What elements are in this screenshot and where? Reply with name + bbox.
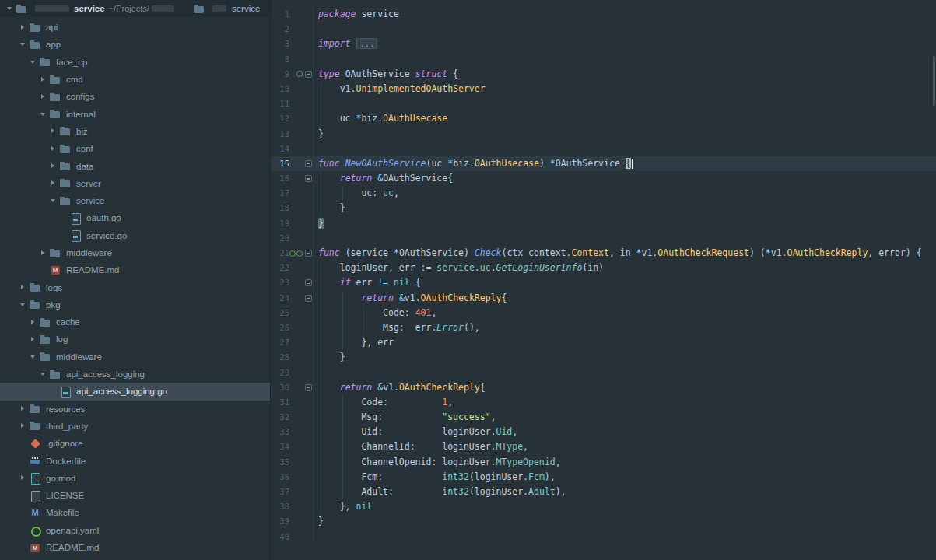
chevron-right-icon[interactable] (28, 317, 38, 327)
chevron-down-icon[interactable] (28, 58, 38, 67)
tree-item-.gitignore[interactable]: .gitignore (0, 435, 270, 452)
fold-collapse-icon[interactable] (305, 279, 312, 286)
chevron-right-icon[interactable] (38, 248, 48, 257)
chevron-down-icon[interactable] (18, 300, 28, 310)
tree-item-cmd[interactable]: cmd (0, 71, 270, 88)
chevron-down-icon[interactable] (48, 196, 58, 205)
chevron-down-icon[interactable] (18, 40, 28, 49)
tree-item-service[interactable]: service (0, 192, 270, 209)
implements-icon[interactable] (289, 250, 296, 257)
chevron-right-icon[interactable] (48, 162, 58, 171)
code-line-30[interactable]: 30 return &v1.OAuthCheckReply{ (271, 380, 936, 395)
code-line-24[interactable]: 24 return &v1.OAuthCheckReply{ (271, 291, 936, 306)
fold-collapse-icon[interactable] (305, 384, 312, 391)
code-line-34[interactable]: 34 ChannelId: loginUser.MType, (271, 439, 936, 454)
tree-item-middleware[interactable]: middleware (0, 348, 270, 366)
fold-collapse-icon[interactable] (305, 175, 312, 182)
tree-item-cache[interactable]: cache (0, 313, 270, 331)
code-line-26[interactable]: 26 Msg: err.Error(), (271, 320, 936, 335)
code-line-20[interactable]: 20 (271, 231, 936, 246)
code-line-38[interactable]: 38 }, nil (271, 499, 936, 514)
chevron-right-icon[interactable] (18, 283, 28, 292)
tree-item-internal[interactable]: internal (0, 105, 270, 122)
tree-item-resources[interactable]: resources (0, 401, 270, 418)
tree-item-go.mod[interactable]: go.mod (0, 470, 270, 487)
code-line-13[interactable]: 13} (271, 127, 936, 142)
code-line-36[interactable]: 36 Fcm: int32(loginUser.Fcm), (271, 470, 936, 485)
fold-collapse-icon[interactable] (305, 160, 312, 167)
code-line-14[interactable]: 14 (271, 142, 936, 156)
tree-item-pkg[interactable]: pkg (0, 296, 270, 313)
code-line-17[interactable]: 17 uc: uc, (271, 186, 936, 201)
tree-item-api_access_logging[interactable]: api_access_logging (0, 366, 270, 383)
tree-item-openapi.yaml[interactable]: openapi.yaml (0, 522, 270, 539)
tree-item-logs[interactable]: logs (0, 278, 270, 296)
chevron-down-icon[interactable] (5, 4, 15, 13)
code-editor[interactable]: 1package service23import ...89type OAuth… (271, 0, 936, 560)
tree-item-Makefile[interactable]: MMakefile (0, 504, 270, 521)
code-line-2[interactable]: 2 (271, 22, 936, 37)
tree-item-service.go[interactable]: service.go (0, 227, 270, 244)
fold-collapse-icon[interactable] (305, 295, 312, 302)
implements-icon[interactable] (296, 71, 303, 77)
code-line-33[interactable]: 33 Uid: loginUser.Uid, (271, 425, 936, 439)
code-line-32[interactable]: 32 Msg: "success", (271, 410, 936, 425)
code-line-11[interactable]: 11 (271, 96, 936, 111)
code-line-8[interactable]: 8 (271, 52, 936, 67)
tree-item-README.md[interactable]: README.md (0, 539, 270, 556)
tree-item-face_cp[interactable]: face_cp (0, 54, 270, 71)
chevron-right-icon[interactable] (48, 144, 58, 153)
tree-item-configs[interactable]: configs (0, 88, 270, 105)
chevron-right-icon[interactable] (48, 127, 58, 136)
code-line-15[interactable]: 15func NewOAuthService(uc *biz.OAuthUsec… (271, 156, 936, 171)
code-line-10[interactable]: 10 v1.UnimplementedOAuthServer (271, 82, 936, 96)
tree-item-LICENSE[interactable]: LICENSE (0, 487, 270, 504)
code-line-23[interactable]: 23 if err != nil { (271, 275, 936, 290)
code-line-35[interactable]: 35 ChannelOpenid: loginUser.MTypeOpenid, (271, 455, 936, 470)
tree-item-api_access_logging.go[interactable]: api_access_logging.go (0, 383, 270, 400)
tree-item-biz[interactable]: biz (0, 123, 270, 140)
chevron-right-icon[interactable] (38, 92, 48, 101)
tree-item-app[interactable]: app (0, 36, 270, 53)
code-line-31[interactable]: 31 Code: 1, (271, 395, 936, 410)
tree-item-data[interactable]: data (0, 157, 270, 174)
tree-item-conf[interactable]: conf (0, 140, 270, 157)
code-line-18[interactable]: 18 } (271, 201, 936, 215)
code-line-9[interactable]: 9type OAuthService struct { (271, 67, 936, 82)
chevron-right-icon[interactable] (18, 422, 28, 431)
chevron-right-icon[interactable] (38, 75, 48, 84)
chevron-down-icon[interactable] (28, 352, 38, 362)
chevron-right-icon[interactable] (18, 474, 28, 483)
chevron-right-icon[interactable] (18, 404, 28, 414)
fold-collapse-icon[interactable] (305, 71, 312, 78)
chevron-right-icon[interactable] (18, 23, 28, 32)
editor-scrollbar[interactable] (933, 56, 935, 106)
chevron-right-icon[interactable] (28, 334, 38, 344)
code-line-39[interactable]: 39} (271, 514, 936, 529)
tree-item-api[interactable]: api (0, 19, 270, 36)
code-line-21[interactable]: 21func (service *OAuthService) Check(ctx… (271, 246, 936, 261)
code-line-37[interactable]: 37 Adult: int32(loginUser.Adult), (271, 485, 936, 499)
tree-item-third_party[interactable]: third_party (0, 418, 270, 435)
chevron-down-icon[interactable] (38, 369, 48, 379)
tree-item-oauth.go[interactable]: oauth.go (0, 209, 270, 226)
implements-icon[interactable] (296, 250, 303, 257)
project-root-row[interactable]: service ~/Projects/ service (0, 0, 270, 17)
code-line-40[interactable]: 40 (271, 530, 936, 544)
code-line-16[interactable]: 16 return &OAuthService{ (271, 171, 936, 186)
code-line-1[interactable]: 1package service (271, 7, 936, 22)
code-line-27[interactable]: 27 }, err (271, 335, 936, 350)
code-line-25[interactable]: 25 Code: 401, (271, 306, 936, 320)
tree-item-Dockerfile[interactable]: Dockerfile (0, 452, 270, 469)
tree-item-log[interactable]: log (0, 331, 270, 348)
chevron-down-icon[interactable] (38, 110, 48, 119)
code-line-19[interactable]: 19} (271, 216, 936, 231)
tree-item-server[interactable]: server (0, 175, 270, 192)
tree-item-README.md[interactable]: README.md (0, 261, 270, 278)
tree-item-middleware[interactable]: middleware (0, 244, 270, 261)
code-line-12[interactable]: 12 uc *biz.OAuthUsecase (271, 111, 936, 126)
chevron-right-icon[interactable] (48, 179, 58, 188)
fold-collapse-icon[interactable] (305, 250, 312, 257)
code-line-3[interactable]: 3import ... (271, 37, 936, 51)
code-line-22[interactable]: 22 loginUser, err := service.uc.GetLogin… (271, 261, 936, 275)
